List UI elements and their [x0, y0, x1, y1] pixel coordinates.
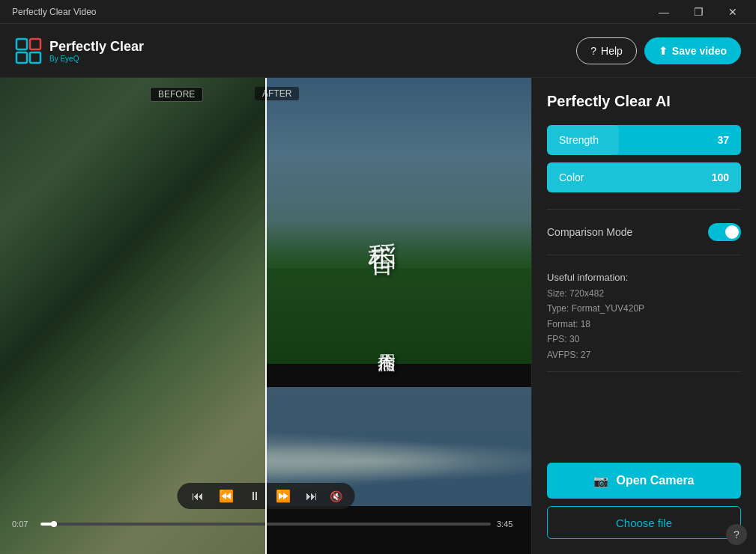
open-camera-button[interactable]: 📷 Open Camera	[547, 463, 741, 499]
logo-sub: By EyeQ	[49, 55, 144, 63]
timeline-thumb	[51, 521, 57, 527]
minimize-button[interactable]: —	[647, 0, 681, 24]
choose-file-button[interactable]: Choose file	[547, 506, 741, 539]
close-button[interactable]: ✕	[716, 0, 750, 24]
svg-rect-0	[16, 39, 27, 49]
maximize-button[interactable]: ❐	[681, 0, 716, 24]
titlebar: Perfectly Clear Video — ❐ ✕	[0, 0, 756, 24]
play-pause-button[interactable]: ⏸	[246, 488, 264, 505]
help-button[interactable]: ? Help	[576, 37, 637, 64]
help-label: Help	[601, 45, 623, 57]
strength-slider[interactable]: Strength 37	[547, 125, 741, 155]
logo-icon	[15, 37, 42, 64]
logo-text: Perfectly Clear By EyeQ	[49, 39, 144, 63]
svg-rect-3	[30, 52, 40, 63]
strength-value: 37	[717, 134, 729, 146]
help-icon: ?	[590, 45, 596, 57]
divider-3	[547, 371, 741, 372]
step-forward-button[interactable]: ⏩	[273, 487, 294, 505]
open-camera-label: Open Camera	[616, 474, 694, 487]
choose-file-label: Choose file	[616, 517, 672, 529]
logo: Perfectly Clear By EyeQ	[15, 37, 144, 64]
main: BEFORE AFTER 稻香 周杰倫	[0, 78, 756, 554]
divider-2	[547, 255, 741, 255]
fast-forward-button[interactable]: ⏭	[303, 488, 321, 505]
color-slider[interactable]: Color 100	[547, 162, 741, 192]
save-video-button[interactable]: ⬆ Save video	[644, 37, 741, 64]
after-label: AFTER	[255, 87, 299, 100]
save-icon: ⬆	[659, 45, 668, 57]
divider-1	[547, 209, 741, 210]
help-bubble[interactable]: ?	[726, 524, 747, 545]
info-format: Format: 18	[547, 317, 741, 332]
video-area: BEFORE AFTER 稻香 周杰倫	[0, 78, 531, 554]
useful-info: Useful information: Size: 720x482 Type: …	[547, 272, 741, 362]
toggle-thumb	[725, 225, 739, 239]
comparison-row: Comparison Mode	[547, 219, 741, 246]
before-label: BEFORE	[150, 87, 203, 102]
sidebar-bottom: 📷 Open Camera Choose file	[547, 463, 741, 539]
useful-info-title: Useful information:	[547, 272, 741, 283]
logo-main: Perfectly Clear	[49, 39, 144, 55]
chinese-text-main: 稻香	[364, 221, 399, 227]
header-buttons: ? Help ⬆ Save video	[576, 37, 741, 64]
svg-rect-2	[16, 52, 27, 63]
comparison-mode-label: Comparison Mode	[547, 226, 632, 238]
sidebar-title: Perfectly Clear AI	[547, 93, 741, 110]
titlebar-controls: — ❐ ✕	[647, 0, 750, 24]
time-total: 3:45	[497, 520, 519, 529]
titlebar-left: Perfectly Clear Video	[6, 7, 97, 17]
info-type: Type: Format_YUV420P	[547, 301, 741, 316]
video-mock: 稻香 周杰倫	[0, 78, 531, 554]
info-fps: FPS: 30	[547, 332, 741, 347]
video-container[interactable]: BEFORE AFTER 稻香 周杰倫	[0, 78, 531, 554]
info-size: Size: 720x482	[547, 286, 741, 301]
rewind-button[interactable]: ⏮	[189, 488, 207, 505]
volume-icon: 🔇	[330, 490, 342, 502]
app-title: Perfectly Clear Video	[12, 7, 97, 17]
header: Perfectly Clear By EyeQ ? Help ⬆ Save vi…	[0, 24, 756, 78]
time-current: 0:07	[12, 520, 34, 529]
comparison-toggle[interactable]	[708, 223, 741, 241]
step-back-button[interactable]: ⏪	[216, 487, 237, 505]
save-label: Save video	[672, 45, 727, 57]
info-avfps: AVFPS: 27	[547, 347, 741, 362]
sidebar: Perfectly Clear AI Strength 37 Color 100…	[531, 78, 756, 554]
svg-rect-1	[30, 39, 40, 49]
comparison-divider[interactable]	[265, 78, 267, 554]
camera-icon: 📷	[593, 474, 608, 488]
